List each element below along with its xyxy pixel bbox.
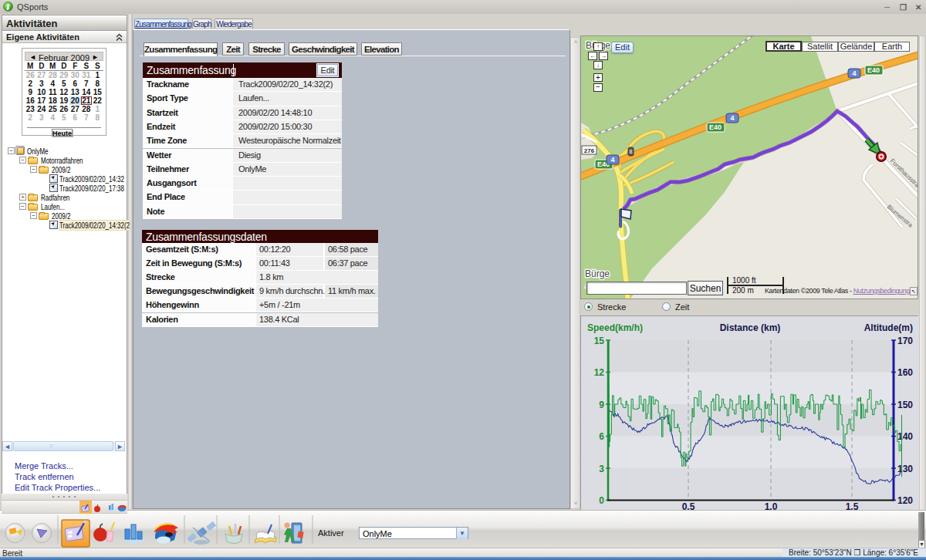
svg-text:Distance (km): Distance (km) [720,322,781,333]
svg-text:15: 15 [594,336,605,346]
svg-text:130: 130 [897,464,913,474]
svg-text:120: 120 [897,495,913,506]
svg-text:170: 170 [897,336,913,346]
svg-text:Speed(km/h): Speed(km/h) [587,322,643,333]
svg-text:9: 9 [599,400,604,410]
svg-text:12: 12 [594,367,605,378]
svg-text:160: 160 [897,367,913,378]
svg-text:140: 140 [897,431,913,442]
svg-text:Altitude(m): Altitude(m) [864,322,913,333]
svg-text:3: 3 [599,464,604,474]
svg-text:150: 150 [897,400,913,410]
svg-text:0: 0 [599,495,604,506]
svg-text:6: 6 [599,431,604,442]
